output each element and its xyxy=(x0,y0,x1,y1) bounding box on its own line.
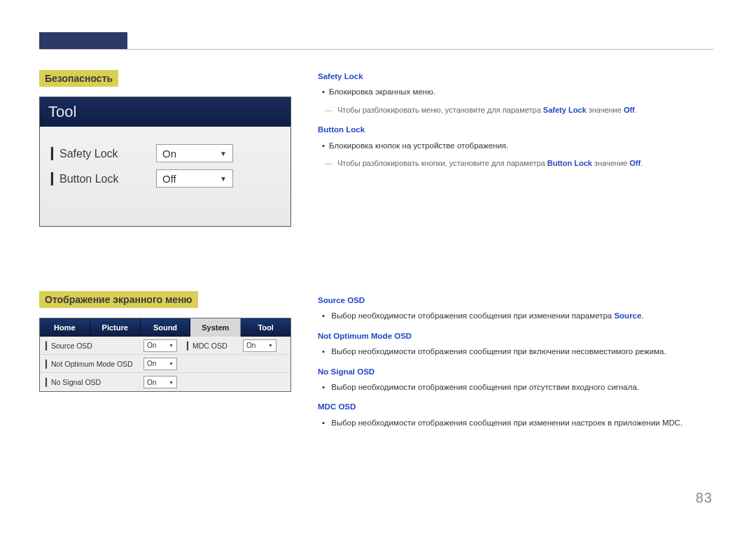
heading-safety: Безопасность xyxy=(39,70,118,87)
bullet-text: Выбор необходимости отображения сообщени… xyxy=(331,311,614,320)
heading-osd: Отображение экранного меню xyxy=(39,291,198,308)
tab-tool[interactable]: Tool xyxy=(241,318,290,337)
button-lock-select[interactable]: Off ▼ xyxy=(156,169,233,188)
osd-row-2: Not Optimum Mode OSD On ▼ xyxy=(40,355,290,373)
safety-lock-label: Safety Lock xyxy=(51,147,156,160)
no-signal-title: No Signal OSD xyxy=(318,365,714,378)
note-term: Safety Lock xyxy=(543,106,587,114)
page-number: 83 xyxy=(696,490,713,506)
note-text: значение xyxy=(592,159,629,167)
osd-body: Source OSD On ▼ MDC OSD On ▼ Not Optimum… xyxy=(40,337,290,391)
note-text: . xyxy=(640,159,643,167)
tool-panel-body: Safety Lock On ▼ Button Lock Off ▼ xyxy=(40,127,290,226)
note-val: Off xyxy=(624,106,635,114)
osd-row-1: Source OSD On ▼ MDC OSD On ▼ xyxy=(40,337,290,355)
no-signal-bullet: Выбор необходимости отображения сообщени… xyxy=(330,381,714,393)
mdc-osd-value: On xyxy=(246,342,255,349)
note-text: Чтобы разблокировать кнопки, установите … xyxy=(337,159,547,167)
no-signal-label: No Signal OSD xyxy=(46,378,144,386)
safety-description: Safety Lock Блокировка экранных меню. Чт… xyxy=(318,70,714,177)
source-osd-select[interactable]: On ▼ xyxy=(144,339,177,352)
safety-lock-select[interactable]: On ▼ xyxy=(156,144,233,162)
section-osd: Отображение экранного меню Home Picture … xyxy=(39,291,291,392)
note-text: . xyxy=(635,106,637,114)
chevron-down-icon: ▼ xyxy=(169,380,174,385)
source-osd-bullet: Выбор необходимости отображения сообщени… xyxy=(330,309,714,322)
source-osd-value: On xyxy=(147,342,156,349)
chevron-down-icon: ▼ xyxy=(169,343,174,348)
osd-row-3: No Signal OSD On ▼ xyxy=(40,373,290,391)
section-safety: Безопасность Tool Safety Lock On ▼ Butto… xyxy=(39,70,291,227)
osd-panel: Home Picture Sound System Tool Source OS… xyxy=(39,318,291,392)
not-optimum-select[interactable]: On ▼ xyxy=(144,358,177,370)
button-lock-title: Button Lock xyxy=(318,123,714,136)
osd-tabs: Home Picture Sound System Tool xyxy=(40,318,290,337)
bullet-term: Source xyxy=(614,311,641,320)
header-rule xyxy=(39,49,714,50)
not-optimum-bullet: Выбор необходимости отображения сообщени… xyxy=(330,345,714,358)
note-text: значение xyxy=(587,106,624,114)
tab-system[interactable]: System xyxy=(190,318,241,337)
button-lock-label: Button Lock xyxy=(51,172,156,185)
tab-picture[interactable]: Picture xyxy=(90,318,141,337)
safety-lock-row: Safety Lock On ▼ xyxy=(51,141,279,166)
no-signal-value: On xyxy=(147,379,156,386)
note-text: Чтобы разблокировать меню, установите дл… xyxy=(337,106,543,114)
note-term: Button Lock xyxy=(547,159,592,167)
mdc-osd-select[interactable]: On ▼ xyxy=(243,339,276,352)
not-optimum-title: Not Optimum Mode OSD xyxy=(318,330,714,342)
tool-panel-title: Tool xyxy=(40,97,290,127)
not-optimum-value: On xyxy=(147,360,156,367)
chevron-down-icon: ▼ xyxy=(220,150,227,157)
tool-panel: Tool Safety Lock On ▼ Button Lock Off ▼ xyxy=(39,97,291,227)
osd-description: Source OSD Выбор необходимости отображен… xyxy=(318,294,714,436)
safety-lock-bullet: Блокировка экранных меню. xyxy=(330,85,714,98)
bullet-text: . xyxy=(641,311,643,320)
no-signal-select[interactable]: On ▼ xyxy=(144,376,177,388)
button-lock-row: Button Lock Off ▼ xyxy=(51,166,279,191)
chevron-down-icon: ▼ xyxy=(268,343,273,348)
mdc-osd-bullet: Выбор необходимости отображения сообщени… xyxy=(330,416,714,429)
mdc-osd-label: MDC OSD xyxy=(187,342,243,350)
safety-lock-value: On xyxy=(162,148,176,160)
tab-home[interactable]: Home xyxy=(40,318,90,337)
note-val: Off xyxy=(629,159,640,167)
not-optimum-label: Not Optimum Mode OSD xyxy=(46,360,144,368)
chevron-down-icon: ▼ xyxy=(169,361,174,366)
tab-sound[interactable]: Sound xyxy=(141,318,191,337)
bullet-text: Выбор необходимости отображения сообщени… xyxy=(331,419,682,427)
mdc-osd-title: MDC OSD xyxy=(318,400,714,413)
button-lock-bullet: Блокировка кнопок на устройстве отображе… xyxy=(330,139,714,152)
bullet-text: Выбор необходимости отображения сообщени… xyxy=(331,347,666,356)
header-color-block xyxy=(39,32,127,50)
button-lock-note: Чтобы разблокировать кнопки, установите … xyxy=(318,157,714,170)
source-osd-title: Source OSD xyxy=(318,294,714,307)
safety-lock-title: Safety Lock xyxy=(318,70,714,83)
button-lock-value: Off xyxy=(162,173,176,185)
source-osd-label: Source OSD xyxy=(46,342,144,350)
bullet-text: Выбор необходимости отображения сообщени… xyxy=(331,383,639,391)
safety-lock-note: Чтобы разблокировать меню, установите дл… xyxy=(318,104,714,117)
chevron-down-icon: ▼ xyxy=(220,175,227,183)
